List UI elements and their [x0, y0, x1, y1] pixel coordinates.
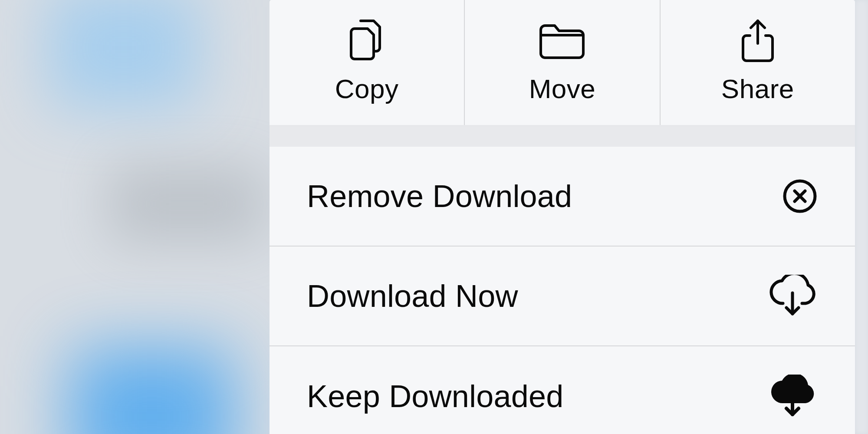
remove-download-label: Remove Download — [307, 178, 572, 214]
share-button[interactable]: Share — [661, 0, 855, 125]
menu-section-gap — [270, 127, 855, 147]
move-button[interactable]: Move — [465, 0, 659, 125]
copy-label: Copy — [335, 73, 399, 104]
folder-icon — [538, 21, 586, 60]
menu-list: Remove Download Download Now — [270, 147, 855, 434]
keep-downloaded-label: Keep Downloaded — [307, 378, 563, 414]
remove-download-item[interactable]: Remove Download — [270, 147, 855, 247]
cloud-download-outline-icon — [767, 275, 818, 317]
download-now-label: Download Now — [307, 278, 518, 314]
move-label: Move — [529, 73, 596, 104]
download-now-item[interactable]: Download Now — [270, 247, 855, 346]
background-blur-blob — [108, 165, 265, 243]
share-icon — [740, 21, 775, 60]
keep-downloaded-item[interactable]: Keep Downloaded — [270, 346, 855, 434]
copy-icon — [348, 21, 386, 60]
circle-x-icon — [782, 178, 818, 214]
share-label: Share — [721, 73, 794, 104]
cloud-download-filled-icon — [767, 375, 818, 418]
right-edge-fade — [855, 0, 868, 434]
copy-button[interactable]: Copy — [270, 0, 464, 125]
file-context-menu: Copy Move Share — [270, 0, 855, 434]
action-row: Copy Move Share — [270, 0, 855, 127]
